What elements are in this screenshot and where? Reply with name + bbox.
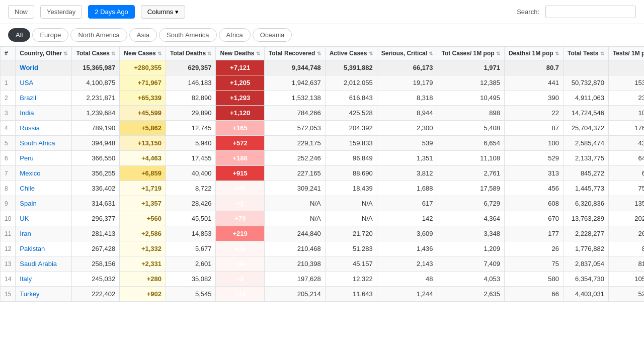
country-cell[interactable]: Saudi Arabia	[16, 256, 72, 272]
country-cell[interactable]: Turkey	[16, 287, 72, 302]
new-cases-cell: +1,719	[120, 181, 166, 196]
yesterday-button[interactable]: Yesterday	[40, 5, 82, 19]
new-deaths-cell: +188	[216, 151, 264, 166]
total-recovered-cell: N/A	[264, 211, 325, 226]
total-recovered-header[interactable]: Total Recovered ⇅	[264, 47, 325, 60]
total-recovered-cell: 784,266	[264, 106, 325, 121]
total-tests-cell: 6,320,836	[563, 196, 608, 211]
country-cell[interactable]: USA	[16, 75, 72, 91]
total-cases-cell: 245,032	[72, 272, 120, 287]
total-cases-cell: 258,156	[72, 256, 120, 272]
active-cases-cell: 96,849	[325, 151, 377, 166]
top-bar: Now Yesterday 2 Days Ago Columns Search:	[0, 0, 644, 24]
country-cell[interactable]: UK	[16, 211, 72, 226]
new-cases-cell: +280,355	[120, 60, 166, 75]
table-row: 11 Iran 281,413 +2,586 14,853 +219 244,8…	[1, 226, 645, 241]
tests-1m-header[interactable]: Tests/ 1M pop ⇅	[608, 47, 644, 60]
total-cases-cell: 336,402	[72, 181, 120, 196]
tot-cases-1m-cell: 5,408	[437, 121, 504, 136]
serious-critical-header[interactable]: Serious, Critical ⇅	[377, 47, 437, 60]
tests-1m-cell: 23,094	[608, 91, 644, 106]
region-tabs: All Europe North America Asia South Amer…	[0, 24, 644, 46]
country-cell[interactable]: World	[16, 60, 72, 75]
new-cases-cell: +4,463	[120, 151, 166, 166]
total-tests-cell: 2,133,775	[563, 151, 608, 166]
new-cases-cell: +2,586	[120, 226, 166, 241]
deaths-1m-cell: 75	[504, 256, 563, 272]
total-deaths-cell: 45,501	[166, 211, 216, 226]
deaths-1m-cell: 313	[504, 166, 563, 181]
total-tests-cell: 2,837,054	[563, 256, 608, 272]
active-cases-cell: 5,391,882	[325, 60, 377, 75]
tests-1m-cell: 202,674	[608, 211, 644, 226]
rank-cell: 7	[1, 166, 16, 181]
country-cell[interactable]: Russia	[16, 121, 72, 136]
rank-cell: 3	[1, 106, 16, 121]
country-cell[interactable]: Peru	[16, 151, 72, 166]
tab-asia[interactable]: Asia	[129, 28, 157, 42]
new-deaths-header[interactable]: New Deaths ⇅	[216, 47, 264, 60]
country-cell[interactable]: Mexico	[16, 166, 72, 181]
total-tests-cell: 2,585,474	[563, 136, 608, 151]
data-table-wrapper: # Country, Other ⇅ Total Cases ⇅ New Cas…	[0, 46, 644, 302]
total-cases-header[interactable]: Total Cases ⇅	[72, 47, 120, 60]
total-tests-header[interactable]: Total Tests ⇅	[563, 47, 608, 60]
two-days-ago-button[interactable]: 2 Days Ago	[88, 5, 135, 19]
new-cases-cell: +65,339	[120, 91, 166, 106]
new-cases-cell: +6,859	[120, 166, 166, 181]
tab-africa[interactable]: Africa	[219, 28, 251, 42]
active-cases-cell: 88,690	[325, 166, 377, 181]
total-cases-cell: 789,190	[72, 121, 120, 136]
new-deaths-cell: +1,205	[216, 75, 264, 91]
columns-button[interactable]: Columns	[141, 5, 185, 19]
tests-1m-cell: 8,035	[608, 241, 644, 256]
rank-header[interactable]: #	[1, 47, 16, 60]
country-cell[interactable]: South Africa	[16, 136, 72, 151]
serious-critical-cell: 617	[377, 196, 437, 211]
country-header[interactable]: Country, Other ⇅	[16, 47, 72, 60]
new-cases-header[interactable]: New Cases ⇅	[120, 47, 166, 60]
country-cell[interactable]: India	[16, 106, 72, 121]
total-recovered-cell: N/A	[264, 196, 325, 211]
active-cases-cell: 51,283	[325, 241, 377, 256]
table-row: World 15,365,987 +280,355 629,357 +7,121…	[1, 60, 645, 75]
rank-cell: 14	[1, 272, 16, 287]
country-cell[interactable]: Brazil	[16, 91, 72, 106]
tab-north-america[interactable]: North America	[70, 28, 127, 42]
tab-all[interactable]: All	[8, 28, 30, 42]
tab-europe[interactable]: Europe	[32, 28, 68, 42]
serious-critical-cell: 1,351	[377, 151, 437, 166]
country-cell[interactable]: Chile	[16, 181, 72, 196]
deaths-1m-header[interactable]: Deaths/ 1M pop ⇅	[504, 47, 563, 60]
tot-cases-1m-header[interactable]: Tot Cases/ 1M pop ⇅	[437, 47, 504, 60]
total-tests-cell: 14,724,546	[563, 106, 608, 121]
total-deaths-header[interactable]: Total Deaths ⇅	[166, 47, 216, 60]
tests-1m-cell: 176,131	[608, 121, 644, 136]
total-deaths-cell: 82,890	[166, 91, 216, 106]
new-cases-cell: +71,967	[120, 75, 166, 91]
total-recovered-cell: 572,053	[264, 121, 325, 136]
now-button[interactable]: Now	[8, 5, 34, 19]
total-recovered-cell: 244,840	[264, 226, 325, 241]
total-recovered-cell: 229,175	[264, 136, 325, 151]
active-cases-cell: 204,392	[325, 121, 377, 136]
active-cases-cell: 11,643	[325, 287, 377, 302]
table-row: 6 Peru 366,550 +4,463 17,455 +188 252,24…	[1, 151, 645, 166]
total-recovered-cell: 9,344,748	[264, 60, 325, 75]
serious-critical-cell: 3,812	[377, 166, 437, 181]
table-row: 7 Mexico 356,255 +6,859 40,400 +915 227,…	[1, 166, 645, 181]
country-cell[interactable]: Spain	[16, 196, 72, 211]
country-cell[interactable]: Italy	[16, 272, 72, 287]
serious-critical-cell: 8,318	[377, 91, 437, 106]
tests-1m-cell: 6,552	[608, 166, 644, 181]
country-cell[interactable]: Iran	[16, 226, 72, 241]
serious-critical-cell: 539	[377, 136, 437, 151]
country-cell[interactable]: Pakistan	[16, 241, 72, 256]
search-input[interactable]	[545, 6, 636, 18]
total-cases-cell: 2,231,871	[72, 91, 120, 106]
total-cases-cell: 281,413	[72, 226, 120, 241]
active-cases-header[interactable]: Active Cases ⇅	[325, 47, 377, 60]
total-deaths-cell: 28,426	[166, 196, 216, 211]
tab-oceania[interactable]: Oceania	[253, 28, 292, 42]
tab-south-america[interactable]: South America	[159, 28, 217, 42]
